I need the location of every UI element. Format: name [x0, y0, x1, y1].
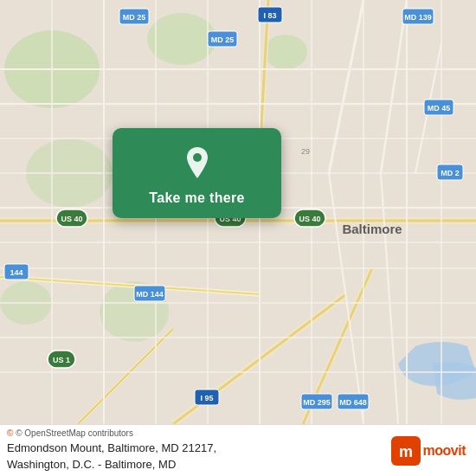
svg-text:MD 25: MD 25	[211, 35, 235, 44]
bottom-bar: © © OpenStreetMap contributors Edmondson…	[0, 424, 476, 476]
svg-text:I 83: I 83	[263, 11, 276, 20]
location-line1: Edmondson Mount, Baltimore, MD 21217,	[7, 441, 216, 454]
take-me-there-button[interactable]: Take me there	[113, 128, 281, 218]
svg-text:US 40: US 40	[299, 215, 320, 223]
moovit-text: moovit	[423, 443, 466, 459]
osm-credit: © © OpenStreetMap contributors	[7, 428, 216, 438]
svg-text:m: m	[399, 443, 413, 460]
svg-text:US 40: US 40	[61, 215, 82, 223]
map-container: MD 25 I 83 MD 139 MD 45 MD 2 US 40 US 40…	[0, 0, 476, 424]
svg-text:144: 144	[10, 268, 23, 277]
svg-text:US 1: US 1	[53, 356, 70, 364]
location-pin-icon	[178, 144, 216, 182]
svg-text:MD 144: MD 144	[136, 290, 164, 299]
svg-text:I 95: I 95	[200, 394, 213, 402]
svg-point-3	[264, 35, 307, 69]
bottom-info: © © OpenStreetMap contributors Edmondson…	[7, 428, 216, 472]
svg-text:Baltimore: Baltimore	[342, 222, 402, 236]
svg-text:MD 648: MD 648	[339, 398, 367, 407]
svg-point-2	[147, 13, 216, 65]
svg-text:29: 29	[301, 147, 310, 156]
moovit-icon: m	[391, 436, 421, 466]
osm-text: © OpenStreetMap contributors	[16, 428, 133, 438]
location-text: Edmondson Mount, Baltimore, MD 21217, Wa…	[7, 441, 216, 472]
svg-point-75	[193, 153, 202, 162]
svg-text:MD 45: MD 45	[428, 104, 451, 113]
svg-text:MD 25: MD 25	[123, 13, 146, 22]
take-me-there-label: Take me there	[149, 190, 244, 206]
moovit-logo: m moovit	[391, 436, 466, 466]
svg-text:MD 2: MD 2	[441, 169, 460, 177]
svg-text:MD 139: MD 139	[404, 13, 432, 22]
osm-icon: ©	[7, 428, 13, 438]
svg-text:MD 295: MD 295	[303, 398, 331, 407]
location-line2: Washington, D.C. - Baltimore, MD	[7, 458, 176, 471]
